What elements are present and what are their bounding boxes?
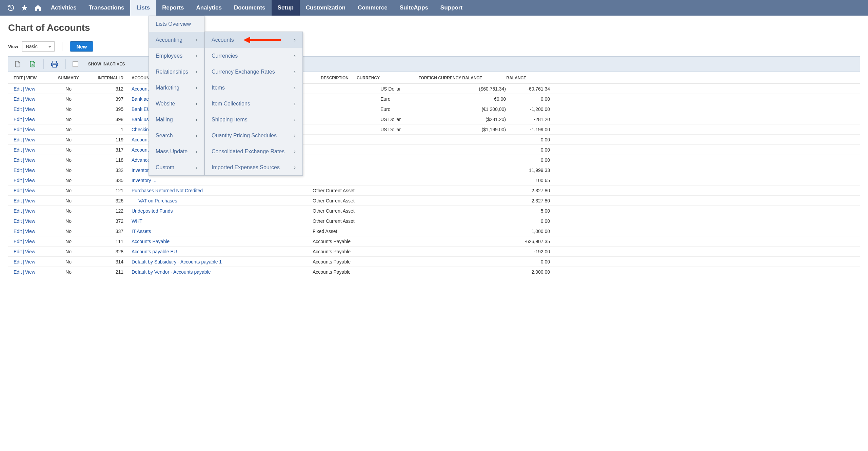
nav-setup[interactable]: Setup: [272, 0, 300, 16]
nav-customization[interactable]: Customization: [300, 0, 352, 16]
submenu-accounts[interactable]: Accounts›: [205, 32, 302, 48]
view-link[interactable]: View: [25, 229, 35, 234]
view-link[interactable]: View: [25, 269, 35, 275]
edit-link[interactable]: Edit: [14, 218, 22, 224]
nav-reports[interactable]: Reports: [156, 0, 190, 16]
edit-link[interactable]: Edit: [14, 198, 22, 203]
submenu-items[interactable]: Items›: [205, 80, 302, 96]
view-select[interactable]: Basic: [22, 41, 55, 52]
menu-accounting[interactable]: Accounting›: [149, 32, 204, 48]
account-link[interactable]: WHT: [132, 218, 142, 224]
recent-icon[interactable]: [4, 0, 18, 16]
view-link[interactable]: View: [25, 137, 35, 142]
col-internalid[interactable]: INTERNAL ID: [89, 76, 130, 80]
menu-search[interactable]: Search›: [149, 128, 204, 143]
account-link[interactable]: Purchases Returned Not Credited: [132, 188, 203, 193]
view-link[interactable]: View: [25, 198, 35, 203]
nav-transactions[interactable]: Transactions: [83, 0, 131, 16]
view-link[interactable]: View: [25, 157, 35, 163]
view-link[interactable]: View: [25, 147, 35, 153]
view-link[interactable]: View: [25, 178, 35, 183]
view-link[interactable]: View: [25, 106, 35, 112]
edit-link[interactable]: Edit: [14, 106, 22, 112]
view-link[interactable]: View: [25, 239, 35, 244]
edit-link[interactable]: Edit: [14, 127, 22, 132]
edit-link[interactable]: Edit: [14, 168, 22, 173]
document-icon[interactable]: [14, 60, 22, 68]
col-editview[interactable]: EDIT | VIEW: [11, 76, 48, 80]
col-summary[interactable]: SUMMARY: [48, 76, 89, 80]
edit-link[interactable]: Edit: [14, 208, 22, 214]
submenu-item-collections[interactable]: Item Collections›: [205, 96, 302, 112]
edit-link[interactable]: Edit: [14, 269, 22, 275]
show-inactives-checkbox[interactable]: [73, 61, 78, 67]
col-currency[interactable]: CURRENCY: [357, 76, 404, 80]
home-icon[interactable]: [31, 0, 45, 16]
view-link[interactable]: View: [25, 218, 35, 224]
nav-analytics[interactable]: Analytics: [190, 0, 228, 16]
account-link[interactable]: Undeposited Funds: [132, 208, 173, 214]
view-link[interactable]: View: [25, 86, 35, 92]
view-link[interactable]: View: [25, 188, 35, 193]
edit-link[interactable]: Edit: [14, 137, 22, 142]
menu-lists-overview[interactable]: Lists Overview: [149, 16, 204, 32]
edit-link[interactable]: Edit: [14, 229, 22, 234]
menu-mailing[interactable]: Mailing›: [149, 112, 204, 128]
menu-website[interactable]: Website›: [149, 96, 204, 112]
submenu-quantity-pricing-schedules[interactable]: Quantity Pricing Schedules›: [205, 128, 302, 143]
view-link[interactable]: View: [25, 249, 35, 254]
submenu-imported-expenses-sources[interactable]: Imported Expenses Sources›: [205, 159, 302, 175]
menu-mass-update[interactable]: Mass Update›: [149, 143, 204, 159]
menu-relationships[interactable]: Relationships›: [149, 64, 204, 80]
view-link[interactable]: View: [25, 208, 35, 214]
col-balance[interactable]: BALANCE: [486, 76, 530, 80]
nav-lists[interactable]: Lists: [130, 0, 156, 16]
submenu-currency-exchange-rates[interactable]: Currency Exchange Rates›: [205, 64, 302, 80]
edit-link[interactable]: Edit: [14, 96, 22, 102]
account-link[interactable]: IT Assets: [132, 229, 151, 234]
view-link[interactable]: View: [25, 168, 35, 173]
edit-link[interactable]: Edit: [14, 157, 22, 163]
edit-link[interactable]: Edit: [14, 117, 22, 122]
view-link[interactable]: View: [25, 96, 35, 102]
cell-internalid: 122: [89, 208, 130, 214]
edit-link[interactable]: Edit: [14, 249, 22, 254]
nav-documents[interactable]: Documents: [228, 0, 272, 16]
nav-activities[interactable]: Activities: [45, 0, 83, 16]
edit-link[interactable]: Edit: [14, 188, 22, 193]
submenu-consolidated-exchange-rates[interactable]: Consolidated Exchange Rates›: [205, 143, 302, 159]
edit-link[interactable]: Edit: [14, 239, 22, 244]
cell-internalid: 111: [89, 239, 130, 244]
menu-custom[interactable]: Custom›: [149, 159, 204, 175]
account-link[interactable]: Accounts Payable: [132, 239, 170, 244]
print-icon[interactable]: [51, 60, 59, 68]
star-icon[interactable]: [18, 0, 31, 16]
view-link[interactable]: View: [25, 259, 35, 264]
edit-link[interactable]: Edit: [14, 259, 22, 264]
nav-support[interactable]: Support: [434, 0, 469, 16]
excel-export-icon[interactable]: [28, 60, 37, 68]
table-row: Edit|ViewNo326VAT on PurchasesOther Curr…: [8, 196, 860, 206]
nav-commerce[interactable]: Commerce: [352, 0, 394, 16]
edit-link[interactable]: Edit: [14, 178, 22, 183]
edit-link[interactable]: Edit: [14, 147, 22, 153]
view-link[interactable]: View: [25, 117, 35, 122]
cell-internalid: 397: [89, 96, 130, 102]
account-link[interactable]: Inventory ...: [132, 178, 156, 183]
nav-suiteapps[interactable]: SuiteApps: [394, 0, 434, 16]
account-link[interactable]: Accounts payable EU: [132, 249, 177, 254]
menu-marketing[interactable]: Marketing›: [149, 80, 204, 96]
new-button[interactable]: New: [70, 41, 93, 52]
menu-employees[interactable]: Employees›: [149, 48, 204, 64]
edit-link[interactable]: Edit: [14, 86, 22, 92]
account-link[interactable]: Default by Vendor - Accounts payable: [132, 269, 211, 275]
col-foreign-balance[interactable]: FOREIGN CURRENCY BALANCE: [404, 76, 486, 80]
view-link[interactable]: View: [25, 127, 35, 132]
account-link[interactable]: Inventory: [132, 168, 151, 173]
account-link[interactable]: VAT on Purchases: [132, 198, 177, 203]
lists-dropdown: Lists OverviewAccounting›Employees›Relat…: [149, 16, 204, 176]
account-link[interactable]: Default by Subsidiary - Accounts payable…: [132, 259, 222, 264]
submenu-currencies[interactable]: Currencies›: [205, 48, 302, 64]
submenu-shipping-items[interactable]: Shipping Items›: [205, 112, 302, 128]
col-description[interactable]: DESCRIPTION: [313, 76, 357, 80]
